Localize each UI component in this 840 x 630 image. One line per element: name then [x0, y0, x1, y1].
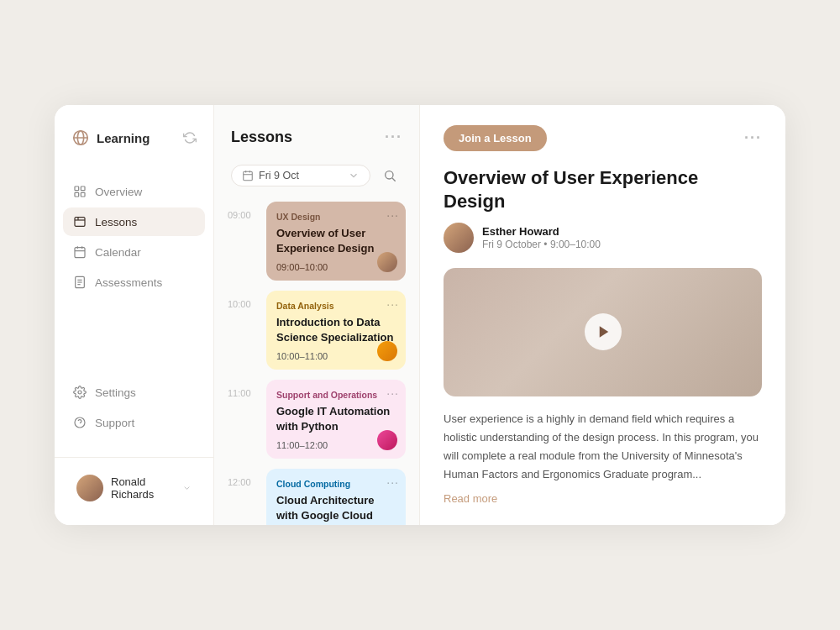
lesson-dots-menu[interactable]: ··· [386, 208, 399, 222]
lessons-title: Lessons [231, 129, 385, 146]
svg-rect-4 [81, 186, 85, 191]
sidebar-item-lessons[interactable]: Lessons [63, 207, 205, 236]
video-thumbnail[interactable] [444, 268, 762, 396]
date-filter: Fri 9 Oct [214, 163, 419, 202]
sidebar-item-support[interactable]: Support [63, 408, 205, 437]
detail-description: User experience is a highly in demand fi… [444, 410, 762, 484]
sidebar-item-assessments[interactable]: Assessments [63, 268, 205, 297]
lesson-title: Google IT Automation with Python [276, 404, 396, 433]
settings-icon [73, 386, 87, 399]
calendar-icon [73, 245, 87, 259]
svg-rect-7 [75, 218, 85, 227]
lesson-dots-menu[interactable]: ··· [386, 297, 399, 311]
calendar-small-icon [242, 170, 254, 181]
time-label: 12:00 [228, 469, 258, 525]
time-label: 11:00 [228, 380, 258, 459]
date-pill[interactable]: Fri 9 Oct [231, 165, 370, 186]
detail-title: Overview of User Experience Design [444, 166, 762, 213]
detail-panel: Join a Lesson ··· Overview of User Exper… [420, 105, 785, 525]
sidebar-support-label: Support [95, 417, 134, 429]
instructor-info: Esther Howard Fri 9 October • 9:00–10:00 [482, 225, 601, 250]
svg-line-26 [392, 178, 396, 181]
sidebar-item-calendar[interactable]: Calendar [63, 238, 205, 266]
sidebar-overview-label: Overview [95, 186, 142, 198]
read-more-button[interactable]: Read more [444, 492, 762, 505]
lesson-tag: Support and Operations [276, 390, 396, 400]
lesson-title: Cloud Architecture with Google Cloud [276, 493, 396, 522]
join-lesson-button[interactable]: Join a Lesson [444, 125, 547, 151]
sidebar-settings-label: Settings [95, 386, 136, 399]
detail-instructor: Esther Howard Fri 9 October • 9:00–10:00 [444, 223, 762, 253]
lesson-card-cloud[interactable]: ··· Cloud Computing Cloud Architecture w… [266, 469, 406, 525]
lessons-panel: Lessons ··· Fri 9 Oct [214, 105, 420, 525]
instructor-name: Esther Howard [482, 225, 601, 238]
chevron-down-small-icon [348, 170, 360, 181]
refresh-icon[interactable] [183, 131, 197, 144]
list-item: 09:00 ··· UX Design Overview of User Exp… [228, 202, 406, 281]
sidebar: Learning Overview [55, 105, 214, 525]
svg-rect-10 [75, 248, 85, 258]
date-filter-label: Fri 9 Oct [259, 170, 299, 181]
sidebar-settings-group: Settings Support [55, 378, 213, 437]
lesson-dots-menu[interactable]: ··· [386, 475, 399, 489]
lesson-card-support[interactable]: ··· Support and Operations Google IT Aut… [266, 380, 406, 459]
sidebar-item-settings[interactable]: Settings [63, 378, 205, 407]
svg-point-25 [386, 171, 393, 179]
time-label: 10:00 [228, 291, 258, 370]
support-icon [73, 416, 87, 429]
user-profile[interactable]: Ronald Richards [66, 468, 202, 508]
lesson-card-data[interactable]: ··· Data Analysis Introduction to Data S… [266, 291, 406, 370]
lesson-card-ux[interactable]: ··· UX Design Overview of User Experienc… [266, 202, 406, 281]
lesson-tag: Cloud Computing [276, 479, 396, 489]
sidebar-calendar-label: Calendar [95, 246, 141, 259]
search-button[interactable] [377, 163, 402, 188]
lesson-title: Overview of User Experience Design [276, 226, 396, 255]
lesson-tag: UX Design [276, 212, 396, 222]
lessons-list: 09:00 ··· UX Design Overview of User Exp… [214, 202, 419, 525]
chevron-down-icon [182, 482, 192, 494]
overview-icon [73, 185, 87, 198]
play-button[interactable] [585, 313, 622, 350]
lesson-title: Introduction to Data Science Specializat… [276, 315, 396, 344]
globe-icon [71, 129, 90, 147]
svg-rect-6 [81, 192, 85, 197]
assessments-icon [73, 276, 87, 289]
search-icon [383, 169, 396, 182]
play-icon [596, 324, 612, 339]
lesson-tag: Data Analysis [276, 301, 396, 311]
svg-marker-27 [600, 327, 609, 339]
list-item: 10:00 ··· Data Analysis Introduction to … [228, 291, 406, 370]
sidebar-lessons-label: Lessons [95, 216, 137, 228]
svg-point-18 [78, 391, 81, 394]
detail-dots-menu[interactable]: ··· [744, 129, 762, 147]
lessons-header: Lessons ··· [214, 129, 419, 163]
avatar [76, 475, 103, 501]
detail-header: Join a Lesson ··· [444, 125, 762, 151]
sidebar-assessments-label: Assessments [95, 276, 162, 289]
sidebar-bottom: Ronald Richards [55, 457, 213, 508]
lessons-icon [73, 215, 87, 228]
list-item: 11:00 ··· Support and Operations Google … [228, 380, 406, 459]
svg-rect-21 [244, 171, 253, 181]
lesson-avatar [377, 252, 397, 272]
svg-rect-3 [75, 186, 79, 191]
lessons-dots-menu[interactable]: ··· [385, 129, 402, 146]
time-label: 09:00 [228, 202, 258, 281]
lesson-dots-menu[interactable]: ··· [386, 386, 399, 400]
sidebar-nav: Overview Lessons Calendar [55, 177, 213, 378]
app-title: Learning [97, 131, 150, 145]
svg-rect-5 [75, 192, 79, 197]
instructor-time: Fri 9 October • 9:00–10:00 [482, 239, 601, 250]
sidebar-logo: Learning [55, 129, 213, 177]
user-name: Ronald Richards [111, 475, 175, 501]
instructor-avatar [444, 223, 474, 253]
lesson-avatar [377, 341, 397, 361]
list-item: 12:00 ··· Cloud Computing Cloud Architec… [228, 469, 406, 525]
sidebar-item-overview[interactable]: Overview [63, 177, 205, 206]
app-container: Learning Overview [55, 105, 785, 525]
svg-point-19 [75, 417, 85, 428]
